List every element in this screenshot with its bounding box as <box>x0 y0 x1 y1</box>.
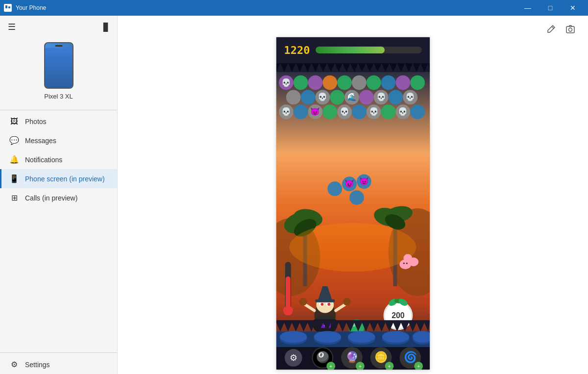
progress-bar <box>316 47 421 53</box>
svg-point-73 <box>327 303 330 306</box>
svg-text:💀: 💀 <box>281 78 291 87</box>
sidebar-item-photos-label: Photos <box>25 118 47 125</box>
svg-point-101 <box>382 331 409 343</box>
svg-point-49 <box>349 190 364 205</box>
svg-point-46 <box>327 181 342 196</box>
svg-point-15 <box>395 75 410 90</box>
screenshot-toolbar-button[interactable] <box>563 22 578 37</box>
close-button[interactable]: ✕ <box>562 0 584 16</box>
svg-text:🌀: 🌀 <box>403 350 417 364</box>
sidebar-item-messages[interactable]: 💬 Messages <box>0 131 117 150</box>
svg-point-12 <box>352 75 367 90</box>
phone-screen-area: 1220 <box>118 16 588 374</box>
svg-point-126 <box>403 254 412 262</box>
svg-point-20 <box>330 90 344 104</box>
svg-point-8 <box>293 75 308 90</box>
sidebar-item-phone-screen-label: Phone screen (in preview) <box>25 175 105 183</box>
main-content: ☰ ▊ Pixel 3 XL 🖼 Photos 💬 Messages 🔔 Not… <box>0 16 588 374</box>
game-svg: 💀 💀 🌊 💀 💀 <box>276 37 430 370</box>
svg-point-32 <box>293 104 308 119</box>
svg-point-9 <box>308 75 322 90</box>
window-controls: — □ ✕ <box>516 0 584 16</box>
svg-text:🌊: 🌊 <box>347 92 357 101</box>
svg-text:💀: 💀 <box>281 107 291 116</box>
svg-text:😈: 😈 <box>344 179 354 188</box>
svg-point-38 <box>381 104 395 119</box>
svg-text:💀: 💀 <box>376 92 386 101</box>
svg-rect-77 <box>315 299 335 302</box>
minimize-button[interactable]: — <box>516 0 539 16</box>
svg-text:💀: 💀 <box>340 107 349 116</box>
svg-text:+: + <box>358 363 361 369</box>
svg-point-13 <box>366 75 381 90</box>
score-bar: 1220 <box>276 37 430 63</box>
phone-screen-toolbar <box>543 22 578 37</box>
svg-text:💀: 💀 <box>398 107 408 116</box>
svg-point-34 <box>322 104 337 119</box>
pen-toolbar-button[interactable] <box>543 22 559 37</box>
svg-point-14 <box>381 75 395 90</box>
content-area: 1220 <box>118 16 588 374</box>
svg-text:💀: 💀 <box>405 92 415 101</box>
svg-point-22 <box>359 90 373 104</box>
svg-point-17 <box>286 90 300 104</box>
settings-icon: ⚙ <box>9 360 19 369</box>
score-value: 1220 <box>284 44 310 56</box>
game-screen: 1220 <box>276 37 430 370</box>
sidebar: ☰ ▊ Pixel 3 XL 🖼 Photos 💬 Messages 🔔 Not… <box>0 16 118 374</box>
svg-point-62 <box>289 223 416 272</box>
progress-bar-fill <box>316 47 384 53</box>
app-icon <box>4 4 12 12</box>
sidebar-item-calls[interactable]: ⊞ Calls (in preview) <box>0 188 117 207</box>
svg-line-2 <box>552 26 554 28</box>
sidebar-bottom: ⚙ Settings <box>0 350 117 374</box>
svg-text:💀: 💀 <box>368 107 378 116</box>
svg-text:🎱: 🎱 <box>316 350 329 364</box>
svg-point-95 <box>279 331 307 343</box>
maximize-button[interactable]: □ <box>539 0 562 16</box>
svg-text:+: + <box>388 363 391 369</box>
svg-point-99 <box>348 331 375 343</box>
hamburger-icon[interactable]: ☰ <box>8 22 16 32</box>
sidebar-item-photos[interactable]: 🖼 Photos <box>0 112 117 131</box>
sidebar-item-notifications[interactable]: 🔔 Notifications <box>0 150 117 169</box>
svg-rect-1 <box>8 6 10 8</box>
svg-point-128 <box>406 263 407 264</box>
svg-rect-130 <box>285 276 290 311</box>
sidebar-item-settings-label: Settings <box>25 361 50 369</box>
notifications-icon: 🔔 <box>9 155 19 164</box>
messages-icon: 💬 <box>9 136 19 145</box>
phone-screen-icon: 📱 <box>9 174 19 183</box>
phone-screen-container[interactable]: 1220 <box>276 37 430 370</box>
sidebar-item-notifications-label: Notifications <box>25 156 62 164</box>
svg-text:😈: 😈 <box>359 176 368 186</box>
svg-marker-76 <box>318 286 332 301</box>
sidebar-item-phone-screen[interactable]: 📱 Phone screen (in preview) <box>0 169 117 188</box>
svg-point-72 <box>320 303 323 306</box>
sidebar-header: ☰ ▊ <box>0 16 117 38</box>
sidebar-item-settings[interactable]: ⚙ Settings <box>0 355 117 374</box>
calls-icon: ⊞ <box>9 193 19 202</box>
title-bar-left: Your Phone <box>4 4 46 12</box>
svg-point-4 <box>569 28 572 31</box>
phone-preview: Pixel 3 XL <box>0 38 117 108</box>
svg-point-36 <box>352 104 367 119</box>
svg-point-24 <box>388 90 403 104</box>
svg-point-131 <box>283 306 293 316</box>
photos-icon: 🖼 <box>9 117 19 126</box>
svg-text:🔮: 🔮 <box>345 350 359 364</box>
phone-thumbnail <box>44 42 74 89</box>
svg-point-40 <box>410 104 425 119</box>
sidebar-divider-top <box>0 110 117 110</box>
svg-text:+: + <box>329 363 332 369</box>
sidebar-item-messages-label: Messages <box>25 137 56 145</box>
svg-point-10 <box>322 75 337 90</box>
battery-icon: ▊ <box>103 23 109 32</box>
svg-point-16 <box>410 75 425 90</box>
svg-point-11 <box>337 75 352 90</box>
title-bar: Your Phone — □ ✕ <box>0 0 588 16</box>
svg-rect-0 <box>5 5 7 8</box>
svg-point-97 <box>314 331 341 343</box>
phone-name: Pixel 3 XL <box>44 93 73 100</box>
sidebar-divider-bottom <box>0 352 117 353</box>
